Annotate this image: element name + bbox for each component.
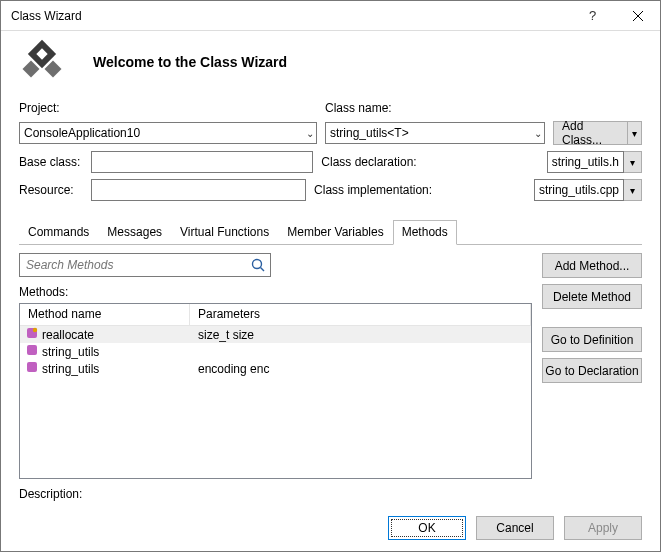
tab-commands[interactable]: Commands <box>19 220 98 245</box>
svg-line-7 <box>261 268 265 272</box>
chevron-down-icon: ▾ <box>630 185 635 196</box>
class-name-dropdown[interactable]: string_utils<T> ⌄ <box>325 122 545 144</box>
column-parameters[interactable]: Parameters <box>190 304 531 325</box>
window-title: Class Wizard <box>11 9 570 23</box>
methods-label: Methods: <box>19 285 532 299</box>
class-implementation-label: Class implementation: <box>314 183 526 197</box>
add-method-button[interactable]: Add Method... <box>542 253 642 278</box>
project-value: ConsoleApplication10 <box>24 126 140 140</box>
class-implementation-field[interactable]: string_utils.cpp <box>534 179 624 201</box>
class-declaration-label: Class declaration: <box>321 155 538 169</box>
help-button[interactable]: ? <box>570 1 615 31</box>
method-name: string_utils <box>42 362 99 376</box>
resource-field <box>91 179 306 201</box>
chevron-down-icon: ⌄ <box>534 128 542 139</box>
wizard-logo-icon <box>19 39 65 85</box>
method-parameters: size_t size <box>190 328 531 342</box>
class-declaration-dropdown-button[interactable]: ▾ <box>624 151 642 173</box>
class-declaration-field[interactable]: string_utils.h <box>547 151 624 173</box>
class-implementation-value: string_utils.cpp <box>539 183 619 197</box>
chevron-down-icon: ▾ <box>630 157 635 168</box>
tab-virtual-functions[interactable]: Virtual Functions <box>171 220 278 245</box>
chevron-down-icon: ▾ <box>632 128 637 139</box>
go-to-declaration-button[interactable]: Go to Declaration <box>542 358 642 383</box>
project-dropdown[interactable]: ConsoleApplication10 ⌄ <box>19 122 317 144</box>
tab-methods[interactable]: Methods <box>393 220 457 245</box>
method-row[interactable]: string_utils <box>20 343 531 360</box>
ok-button[interactable]: OK <box>388 516 466 540</box>
method-parameters: encoding enc <box>190 362 531 376</box>
cancel-button[interactable]: Cancel <box>476 516 554 540</box>
class-wizard-dialog: Class Wizard ? Welcome to the Class Wiza… <box>0 0 661 552</box>
search-methods-input[interactable] <box>24 257 250 273</box>
class-name-label: Class name: <box>325 101 392 115</box>
tab-member-variables[interactable]: Member Variables <box>278 220 392 245</box>
delete-method-button[interactable]: Delete Method <box>542 284 642 309</box>
svg-rect-10 <box>27 345 37 355</box>
svg-point-6 <box>253 260 262 269</box>
search-icon <box>250 257 266 273</box>
method-icon <box>26 327 38 342</box>
project-label: Project: <box>19 101 60 115</box>
method-name: reallocate <box>42 328 94 342</box>
column-method-name[interactable]: Method name <box>20 304 190 325</box>
class-name-value: string_utils<T> <box>330 126 409 140</box>
method-row[interactable]: string_utilsencoding enc <box>20 360 531 377</box>
method-icon <box>26 361 38 376</box>
listview-header: Method name Parameters <box>20 304 531 326</box>
resource-label: Resource: <box>19 183 91 197</box>
titlebar: Class Wizard ? <box>1 1 660 31</box>
class-implementation-dropdown-button[interactable]: ▾ <box>624 179 642 201</box>
apply-button: Apply <box>564 516 642 540</box>
content-area: Project: Class name: ConsoleApplication1… <box>1 101 660 505</box>
header: Welcome to the Class Wizard <box>1 31 660 101</box>
add-class-button[interactable]: Add Class... <box>553 121 628 145</box>
welcome-heading: Welcome to the Class Wizard <box>93 54 287 70</box>
close-icon <box>633 11 643 21</box>
methods-listview[interactable]: Method name Parameters reallocatesize_t … <box>19 303 532 479</box>
method-name: string_utils <box>42 345 99 359</box>
add-class-split-button[interactable]: Add Class... ▾ <box>553 121 642 145</box>
go-to-definition-button[interactable]: Go to Definition <box>542 327 642 352</box>
svg-rect-11 <box>27 362 37 372</box>
svg-point-9 <box>33 328 37 332</box>
description-label: Description: <box>19 487 532 501</box>
add-class-dropdown-button[interactable]: ▾ <box>628 121 642 145</box>
tab-body-methods: Methods: Method name Parameters realloca… <box>19 245 642 505</box>
tab-messages[interactable]: Messages <box>98 220 171 245</box>
method-row[interactable]: reallocatesize_t size <box>20 326 531 343</box>
listview-body: reallocatesize_t sizestring_utilsstring_… <box>20 326 531 478</box>
dialog-footer: OK Cancel Apply <box>1 505 660 551</box>
close-button[interactable] <box>615 1 660 31</box>
chevron-down-icon: ⌄ <box>306 128 314 139</box>
base-class-label: Base class: <box>19 155 91 169</box>
tab-strip: Commands Messages Virtual Functions Memb… <box>19 219 642 245</box>
method-icon <box>26 344 38 359</box>
search-methods-box[interactable] <box>19 253 271 277</box>
base-class-field <box>91 151 313 173</box>
class-declaration-value: string_utils.h <box>552 155 619 169</box>
